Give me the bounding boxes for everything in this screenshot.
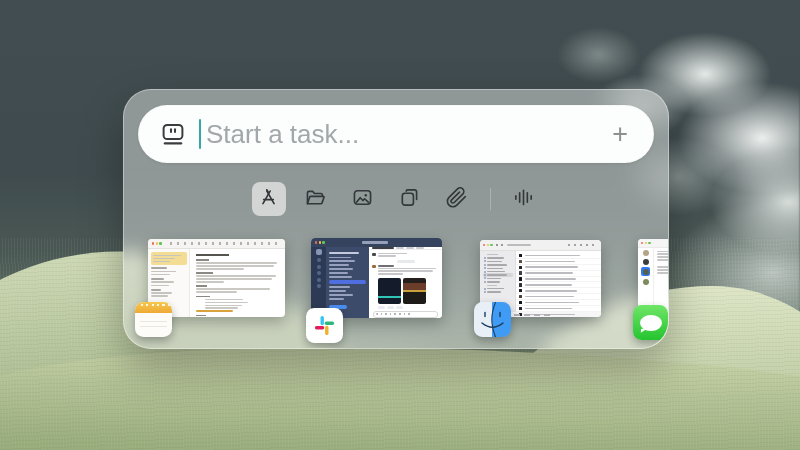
slack-window-thumbnail[interactable]	[311, 238, 442, 318]
images-filter-button[interactable]	[346, 182, 380, 216]
voice-input-button[interactable]	[507, 182, 541, 216]
files-filter-button[interactable]	[299, 182, 333, 216]
divider	[490, 188, 491, 210]
speech-bubble	[640, 315, 662, 331]
task-search-bar[interactable]: +	[138, 105, 654, 163]
image-icon	[351, 186, 374, 213]
add-task-button[interactable]: +	[608, 121, 632, 148]
documents-filter-button[interactable]	[393, 182, 427, 216]
task-launcher-panel: +	[123, 89, 669, 349]
waveform-icon	[512, 186, 535, 213]
attachment-type-bar	[124, 182, 668, 216]
notes-app-icon[interactable]	[135, 302, 172, 337]
copy-icon	[398, 186, 421, 213]
text-caret	[199, 119, 201, 149]
prompt-robot-icon	[160, 121, 186, 147]
messages-titlebar	[638, 239, 669, 248]
folder-icon	[304, 186, 327, 213]
apps-filter-button[interactable]	[252, 182, 286, 216]
app-store-icon	[257, 186, 280, 213]
slack-app-icon[interactable]	[306, 308, 343, 343]
finder-app-icon[interactable]	[474, 302, 511, 337]
notes-toolbar	[148, 239, 285, 249]
finder-toolbar	[480, 240, 601, 251]
messages-app-icon[interactable]	[633, 305, 668, 340]
attachments-filter-button[interactable]	[440, 182, 474, 216]
task-input[interactable]	[204, 104, 608, 164]
slack-titlebar	[311, 238, 442, 247]
paperclip-icon	[445, 186, 468, 213]
